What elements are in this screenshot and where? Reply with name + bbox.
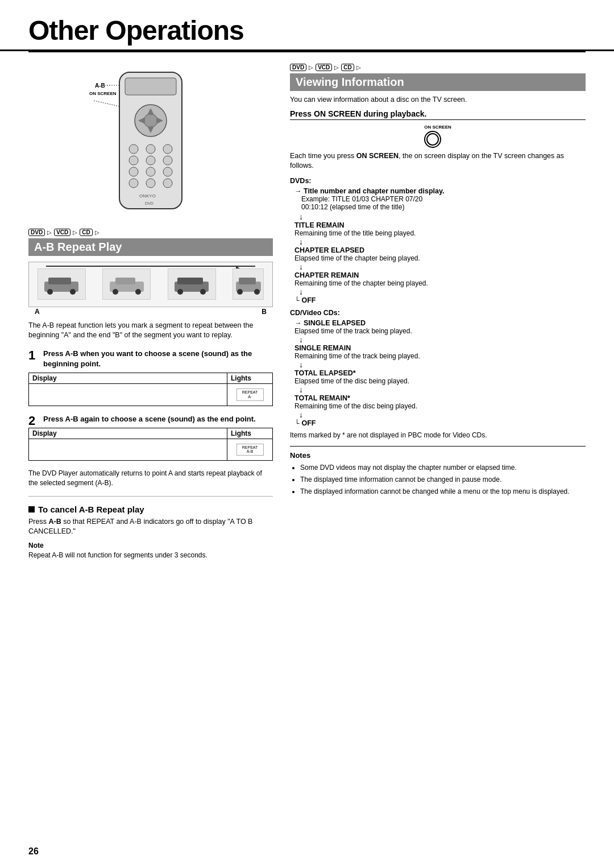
onscreen-label: ON SCREEN bbox=[424, 125, 451, 130]
svg-point-41 bbox=[254, 289, 260, 295]
left-column: A-B bbox=[28, 52, 273, 560]
note-item-1: The displayed time information cannot be… bbox=[300, 474, 586, 485]
svg-point-18 bbox=[163, 167, 172, 176]
svg-point-36 bbox=[177, 289, 183, 295]
step2-col-display: Display bbox=[29, 428, 227, 439]
col-lights: Lights bbox=[227, 373, 273, 384]
note-label: Note bbox=[28, 542, 273, 549]
onscreen-button-icon bbox=[424, 131, 441, 148]
step2-col-lights: Lights bbox=[227, 428, 273, 439]
svg-point-32 bbox=[113, 289, 118, 295]
cd-off-row: └ OFF bbox=[294, 419, 586, 427]
step2-display-cell bbox=[29, 439, 227, 460]
dvd-off-bracket: └ bbox=[294, 296, 300, 304]
right-column: DVD ▷ VCD ▷ CD ▷ Viewing Information You… bbox=[290, 52, 586, 560]
note-item-0: Some DVD videos may not display the chap… bbox=[300, 462, 586, 473]
car-box-1 bbox=[38, 268, 86, 300]
svg-point-17 bbox=[146, 167, 155, 176]
svg-point-42 bbox=[427, 134, 438, 145]
dvd-arrow-2: ↓ bbox=[294, 237, 586, 246]
chapter-elapsed: CHAPTER ELAPSED bbox=[294, 246, 586, 254]
ab-repeat-heading: A-B Repeat Play bbox=[28, 238, 273, 256]
svg-point-28 bbox=[47, 289, 53, 295]
svg-point-20 bbox=[146, 179, 155, 188]
svg-rect-27 bbox=[48, 278, 71, 284]
right-vcd-badge: VCD bbox=[316, 64, 332, 71]
vcd-badge: VCD bbox=[54, 229, 70, 236]
step2-desc: The DVD Player automatically returns to … bbox=[28, 469, 273, 488]
lights-indicator-2: REPEATA-B bbox=[237, 444, 264, 456]
svg-point-12 bbox=[163, 144, 172, 154]
total-elapsed-desc: Elapsed time of the disc being played. bbox=[294, 377, 586, 385]
note-text: Repeat A-B will not function for segment… bbox=[28, 551, 273, 560]
svg-rect-35 bbox=[177, 278, 203, 284]
step-1: 1 Press A-B when you want to choose a sc… bbox=[28, 349, 273, 406]
pbc-note: Items marked by * are not displayed in P… bbox=[290, 431, 586, 440]
notes-section: Notes Some DVD videos may not display th… bbox=[290, 446, 586, 497]
label-b: B bbox=[262, 308, 267, 316]
step1-table: Display Lights REPEATA· bbox=[28, 373, 273, 406]
dvds-heading: DVDs: bbox=[290, 177, 586, 185]
chapter-remain-desc: Remaining time of the chapter being play… bbox=[294, 279, 586, 287]
step2-lights-cell: REPEATA-B bbox=[227, 439, 273, 460]
step2-number: 2 bbox=[28, 414, 35, 428]
total-elapsed: TOTAL ELAPSED* bbox=[294, 369, 586, 377]
cancel-title: To cancel A-B Repeat play bbox=[28, 505, 273, 514]
page-header: Other Operations bbox=[0, 0, 614, 51]
svg-point-19 bbox=[129, 179, 138, 188]
cd-arrow-2: ↓ bbox=[294, 360, 586, 369]
dvd-off: OFF bbox=[302, 296, 316, 304]
viewing-intro: You can view information about a disc on… bbox=[290, 96, 586, 104]
content-area: A-B bbox=[0, 52, 614, 560]
page-container: Other Operations A-B bbox=[0, 0, 614, 868]
step1-number: 1 bbox=[28, 349, 35, 362]
svg-point-5 bbox=[144, 114, 157, 127]
car-diagram: A B bbox=[28, 262, 273, 307]
lights-indicator-1: REPEATA· bbox=[237, 388, 264, 400]
svg-point-16 bbox=[129, 167, 138, 176]
svg-point-10 bbox=[129, 144, 138, 154]
notes-title: Notes bbox=[290, 451, 586, 460]
dvd-badge: DVD bbox=[28, 229, 45, 236]
ab-description: The A-B repeat function lets you mark a … bbox=[28, 321, 273, 341]
onscreen-icon-group: ON SCREEN bbox=[424, 125, 451, 148]
cd-arrow-4: ↓ bbox=[294, 410, 586, 419]
svg-point-15 bbox=[163, 156, 172, 165]
svg-point-29 bbox=[70, 289, 76, 295]
cd-badge: CD bbox=[80, 229, 92, 236]
svg-rect-31 bbox=[115, 278, 135, 284]
cd-off-bracket: └ bbox=[294, 419, 300, 427]
svg-point-14 bbox=[146, 156, 155, 165]
cd-heading: CD/Video CDs: bbox=[290, 309, 586, 317]
pressing-desc: Each time you press ON SCREEN, the on sc… bbox=[290, 151, 586, 171]
cd-off: OFF bbox=[302, 419, 316, 427]
car-box-3 bbox=[168, 268, 216, 300]
viewing-info-heading: Viewing Information bbox=[290, 73, 586, 91]
onscreen-icon-area: ON SCREEN bbox=[290, 125, 586, 148]
chapter-elapsed-desc: Elapsed time of the chapter being played… bbox=[294, 254, 586, 262]
car-box-4 bbox=[233, 268, 264, 300]
svg-line-22 bbox=[94, 101, 119, 106]
svg-point-11 bbox=[146, 144, 155, 154]
diagram-arrow bbox=[46, 266, 255, 267]
col-display: Display bbox=[29, 373, 227, 384]
right-disc-badges: DVD ▷ VCD ▷ CD ▷ bbox=[290, 64, 586, 71]
dvd-flow-item-1: Example: TITLE 01/03 CHAPTER 07/20 bbox=[294, 195, 586, 203]
svg-rect-1 bbox=[125, 78, 176, 95]
cancel-text: Press A-B so that REPEAT and A-B indicat… bbox=[28, 517, 273, 537]
page-title: Other Operations bbox=[28, 16, 586, 46]
right-dvd-badge: DVD bbox=[290, 64, 306, 71]
svg-point-21 bbox=[163, 179, 172, 188]
step1-lights-cell: REPEATA· bbox=[227, 384, 273, 406]
svg-text:DVD: DVD bbox=[145, 201, 154, 205]
remote-svg: A-B bbox=[88, 69, 213, 223]
total-remain: TOTAL REMAIN* bbox=[294, 394, 586, 402]
cd-flow-container: → SINGLE ELAPSED Elapsed time of the tra… bbox=[290, 319, 586, 427]
title-remain: TITLE REMAIN bbox=[294, 221, 586, 229]
page-number: 26 bbox=[28, 846, 39, 857]
svg-point-33 bbox=[135, 289, 141, 295]
cancel-divider bbox=[28, 496, 273, 497]
notes-list: Some DVD videos may not display the chap… bbox=[290, 462, 586, 497]
cd-arrow-1: ↓ bbox=[294, 335, 586, 344]
step-2: 2 Press A-B again to choose a scene (sou… bbox=[28, 414, 273, 461]
